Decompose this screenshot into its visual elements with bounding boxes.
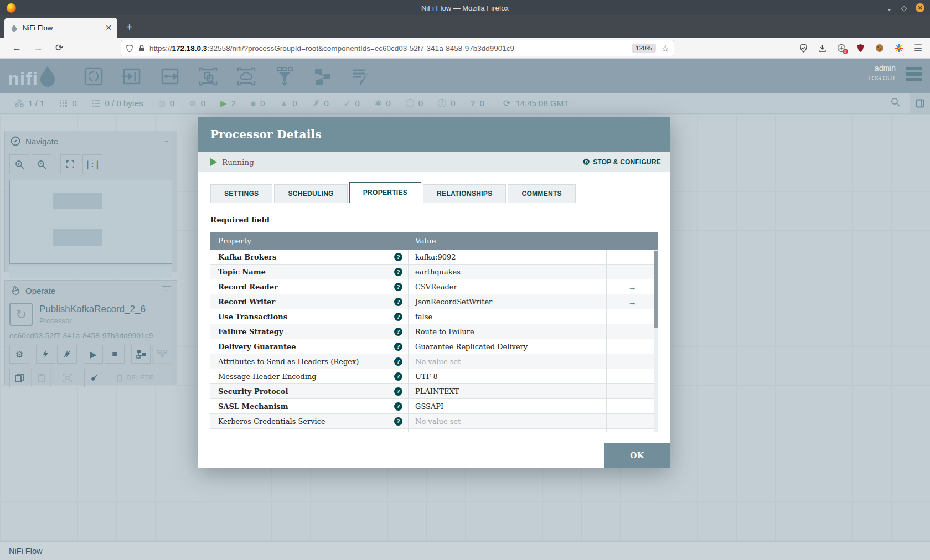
help-icon[interactable]: ?	[394, 432, 402, 433]
property-value[interactable]: No value set	[408, 429, 606, 432]
zoom-out-button[interactable]	[32, 154, 51, 174]
help-icon[interactable]: ?	[394, 253, 402, 261]
tab-comments[interactable]: COMMENTS	[508, 184, 575, 203]
tab-scheduling[interactable]: SCHEDULING	[274, 184, 347, 203]
property-row[interactable]: SASL Mechanism?GSSAPI	[210, 399, 658, 414]
remote-process-group-icon[interactable]	[235, 65, 257, 87]
property-value[interactable]: CSVReader	[408, 279, 606, 294]
process-group-icon[interactable]	[197, 65, 219, 87]
forward-button[interactable]: →	[34, 43, 43, 54]
protections-shield-icon[interactable]	[799, 44, 808, 53]
settings-panel-button[interactable]	[910, 93, 930, 113]
funnel-icon[interactable]	[273, 65, 296, 87]
property-value[interactable]: kafka:9092	[408, 250, 606, 264]
start-button[interactable]: ▶	[84, 345, 104, 364]
browser-menu-icon[interactable]: ☰	[914, 43, 922, 54]
property-value[interactable]: Route to Failure	[408, 324, 606, 339]
search-icon[interactable]	[891, 97, 900, 109]
breadcrumb[interactable]: NiFi Flow	[9, 547, 42, 556]
help-icon[interactable]: ?	[394, 298, 402, 306]
global-menu-icon[interactable]	[906, 67, 922, 81]
save-flow-version-button[interactable]	[131, 345, 151, 364]
property-value[interactable]: GSSAPI	[408, 399, 606, 413]
property-value[interactable]: No value set	[408, 354, 606, 369]
help-icon[interactable]: ?	[394, 328, 402, 336]
property-value[interactable]: PLAINTEXT	[408, 384, 606, 398]
configure-button[interactable]: ⚙	[9, 345, 29, 364]
help-icon[interactable]: ?	[394, 417, 402, 426]
property-value[interactable]: No value set	[408, 414, 606, 428]
tab-properties[interactable]: PROPERTIES	[349, 182, 421, 203]
property-row[interactable]: Attributes to Send as Headers (Regex)?No…	[210, 354, 658, 369]
property-value[interactable]: false	[408, 309, 606, 324]
table-scrollbar[interactable]	[654, 250, 658, 432]
maximize-icon[interactable]: ◇	[901, 4, 907, 12]
label-icon[interactable]	[350, 65, 372, 87]
bookmark-star-icon[interactable]: ☆	[662, 43, 669, 54]
birdseye-map[interactable]	[9, 180, 172, 264]
help-icon[interactable]: ?	[394, 357, 402, 366]
output-port-icon[interactable]	[159, 65, 181, 87]
tab-close-icon[interactable]: ✕	[105, 23, 112, 32]
property-row[interactable]: Record Reader?CSVReader→	[210, 279, 658, 294]
stop-and-configure-button[interactable]: ⚙ STOP & CONFIGURE	[583, 157, 661, 167]
zoom-level-badge[interactable]: 120%	[632, 44, 655, 53]
minimize-icon[interactable]: ⌄	[886, 4, 892, 12]
new-tab-button[interactable]: +	[126, 21, 133, 33]
property-row[interactable]: Message Header Encoding?UTF-8	[210, 369, 658, 384]
help-icon[interactable]: ?	[394, 372, 402, 381]
zoom-actual-size-button[interactable]: ❘:❘	[82, 154, 102, 174]
property-row[interactable]: Failure Strategy?Route to Failure	[210, 324, 658, 339]
extension-icon[interactable]: x	[837, 44, 846, 53]
download-icon[interactable]	[818, 44, 826, 53]
help-icon[interactable]: ?	[394, 402, 402, 411]
logout-link[interactable]: LOG OUT	[868, 75, 896, 81]
property-row[interactable]: Security Protocol?PLAINTEXT	[210, 384, 658, 399]
reload-button[interactable]: ⟳	[55, 42, 63, 54]
property-row[interactable]: Record Writer?JsonRecordSetWriter→	[210, 294, 658, 309]
template-icon[interactable]	[312, 65, 334, 87]
collapse-icon[interactable]: −	[162, 286, 171, 295]
input-port-icon[interactable]	[121, 65, 143, 87]
help-icon[interactable]: ?	[394, 387, 402, 396]
back-button[interactable]: ←	[12, 43, 22, 54]
close-icon[interactable]: ✕	[916, 3, 924, 12]
collapse-icon[interactable]: −	[162, 137, 171, 146]
cookie-icon[interactable]	[875, 44, 884, 53]
change-color-button[interactable]	[84, 369, 104, 387]
go-to-service-arrow[interactable]: →	[606, 279, 658, 294]
scrollbar-thumb[interactable]	[654, 251, 658, 328]
zoom-in-button[interactable]	[9, 154, 29, 174]
url-bar[interactable]: https://172.18.0.3:32558/nifi/?processGr…	[121, 40, 674, 56]
copy-button[interactable]	[9, 369, 29, 387]
zoom-fit-button[interactable]	[60, 154, 80, 174]
lock-icon[interactable]	[138, 44, 145, 52]
ok-button[interactable]: OK	[604, 443, 670, 468]
processor-icon[interactable]	[82, 65, 105, 87]
property-row[interactable]: Use Transactions?false	[210, 309, 658, 324]
refresh-icon[interactable]: ⟳	[503, 98, 510, 108]
help-icon[interactable]: ?	[394, 343, 402, 351]
browser-tab[interactable]: NiFi Flow ✕	[4, 18, 117, 38]
go-to-service-arrow[interactable]: →	[606, 294, 658, 309]
property-value[interactable]: JsonRecordSetWriter	[408, 294, 606, 309]
ublock-icon[interactable]	[856, 44, 865, 53]
enable-button[interactable]	[36, 345, 56, 364]
help-icon[interactable]: ?	[394, 313, 402, 321]
stop-button[interactable]: ■	[105, 345, 125, 364]
help-icon[interactable]: ?	[394, 283, 402, 291]
property-row[interactable]: Kerberos Service Name?No value set	[210, 429, 658, 432]
property-row[interactable]: Kafka Brokers?kafka:9092	[210, 250, 658, 265]
help-icon[interactable]: ?	[394, 268, 402, 276]
sparkle-extension-icon[interactable]	[895, 44, 903, 53]
tab-relationships[interactable]: RELATIONSHIPS	[423, 184, 506, 203]
property-value[interactable]: earthquakes	[408, 265, 606, 279]
property-row[interactable]: Delivery Guarantee?Guarantee Replicated …	[210, 339, 658, 354]
tab-settings[interactable]: SETTINGS	[210, 184, 272, 203]
property-value[interactable]: UTF-8	[408, 369, 606, 383]
property-row[interactable]: Kerberos Credentials Service?No value se…	[210, 414, 658, 429]
property-row[interactable]: Topic Name?earthquakes	[210, 265, 658, 279]
property-value[interactable]: Guarantee Replicated Delivery	[408, 339, 606, 354]
disable-button[interactable]	[57, 345, 77, 364]
shield-icon[interactable]	[126, 44, 133, 53]
